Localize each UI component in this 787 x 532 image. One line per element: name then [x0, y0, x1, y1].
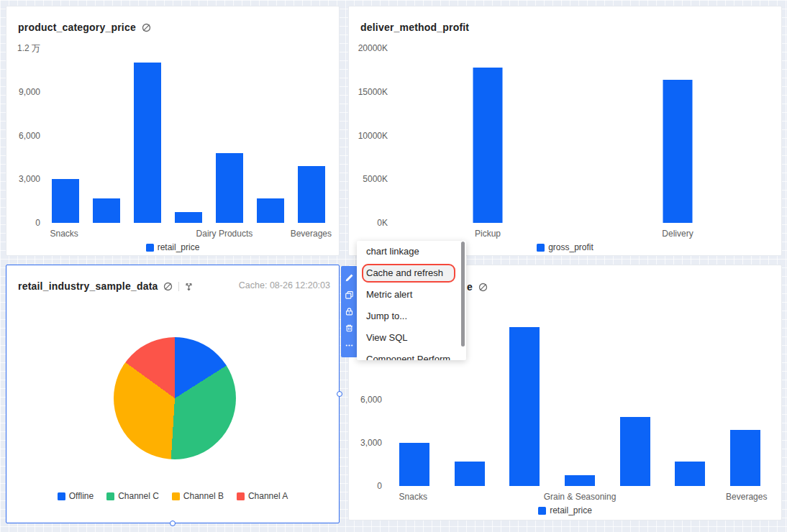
y-tick: 0 — [377, 481, 382, 491]
menu-item-cache-and-refresh[interactable]: Cache and refresh — [357, 262, 466, 284]
menu-item-label: chart linkage — [366, 246, 419, 257]
copy-icon[interactable] — [342, 288, 356, 302]
x-axis-labels: SnacksGrain & SeasoningBeverages — [387, 492, 773, 502]
bar-0[interactable] — [399, 443, 429, 486]
lock-icon[interactable] — [342, 305, 356, 318]
bar-slot — [552, 313, 608, 486]
y-tick: 20000K — [358, 43, 388, 53]
bar-5[interactable] — [257, 198, 284, 223]
x-axis-labels: PickupDelivery — [393, 229, 773, 239]
x-tick — [121, 229, 158, 239]
legend-label: Channel C — [118, 491, 159, 501]
menu-item-label: Metric alert — [366, 289, 412, 300]
delete-icon[interactable] — [342, 321, 356, 335]
bar-4[interactable] — [216, 153, 243, 223]
bar-0[interactable] — [473, 68, 503, 223]
bar-slot — [607, 313, 663, 486]
panel-retail-industry-sample-data[interactable]: retail_industry_sample_data Cache: 08-26… — [6, 265, 340, 523]
x-tick — [158, 229, 196, 239]
bar-1[interactable] — [455, 462, 485, 486]
bar-0[interactable] — [52, 179, 79, 223]
chart-legend: retail_price — [349, 505, 781, 515]
edit-icon[interactable] — [342, 271, 356, 285]
bar-1[interactable] — [663, 80, 693, 223]
x-tick: Beverages — [720, 492, 773, 502]
menu-item-jump-to-[interactable]: Jump to... — [357, 306, 466, 327]
x-tick: Delivery — [583, 229, 773, 239]
y-tick: 3,000 — [19, 174, 40, 184]
legend-item-channel-a[interactable]: Channel A — [237, 491, 288, 501]
legend-item-retail_price[interactable]: retail_price — [146, 242, 200, 252]
x-tick — [83, 229, 120, 239]
bar-5[interactable] — [675, 462, 705, 486]
bar-slot — [250, 48, 291, 223]
menu-item-label: Jump to... — [366, 311, 407, 321]
bar-slot — [583, 48, 773, 223]
y-tick: 6,000 — [19, 131, 40, 141]
menu-item-component-perform[interactable]: Component Perform — [357, 349, 466, 360]
cache-timestamp: Cache: 08-26 12:20:03 — [239, 280, 330, 290]
y-tick: 6,000 — [360, 395, 382, 405]
x-tick: Pickup — [393, 229, 583, 239]
y-tick: 0 — [35, 218, 40, 228]
menu-item-label: Cache and refresh — [366, 267, 443, 278]
menu-item-metric-alert[interactable]: Metric alert — [357, 284, 466, 306]
bar-slot — [497, 313, 552, 486]
bar-6[interactable] — [730, 430, 760, 486]
bar-2[interactable] — [509, 327, 540, 486]
bar-2[interactable] — [134, 63, 161, 223]
legend-item-gross_profit[interactable]: gross_profit — [537, 242, 593, 252]
menu-scrollbar[interactable] — [461, 242, 465, 347]
bar-3[interactable] — [565, 475, 595, 486]
x-tick — [668, 492, 721, 502]
legend-label: Channel A — [248, 491, 288, 501]
bar-3[interactable] — [175, 212, 202, 223]
legend-label: Channel B — [183, 491, 224, 501]
bar-slot — [168, 48, 209, 223]
panel-product-category-price[interactable]: product_category_price 03,0006,0009,0001… — [6, 6, 340, 256]
bar-slot — [127, 48, 168, 223]
bar-slot — [86, 48, 127, 223]
y-axis-ticks: 0K5000K10000K15000K20000K — [349, 48, 388, 223]
legend-label: retail_price — [158, 242, 200, 252]
y-tick: 5000K — [363, 174, 388, 184]
bar-chart-deliver-method-profit: 0K5000K10000K15000K20000KPickupDeliveryg… — [349, 6, 781, 255]
pie-chart[interactable] — [114, 337, 236, 459]
bar-4[interactable] — [620, 417, 650, 486]
x-axis-labels: SnacksDairy ProductsBeverages — [45, 229, 332, 239]
resize-handle-right[interactable] — [337, 391, 342, 397]
x-tick — [491, 492, 544, 502]
menu-item-chart-linkage[interactable]: chart linkage — [357, 241, 466, 262]
legend-item-channel-c[interactable]: Channel C — [106, 491, 159, 501]
legend-swatch — [106, 492, 114, 500]
title-divider — [178, 282, 179, 291]
legend-swatch — [146, 244, 154, 252]
x-tick: Snacks — [387, 492, 440, 502]
bar-slot — [209, 48, 250, 223]
y-tick: 9,000 — [19, 87, 40, 97]
more-icon[interactable] — [342, 339, 356, 352]
page-title: retail_industry_sample_data — [18, 280, 158, 292]
legend-item-offline[interactable]: Offline — [58, 491, 94, 501]
resize-handle-bottom[interactable] — [170, 520, 176, 526]
legend-item-channel-b[interactable]: Channel B — [172, 491, 224, 501]
panel-title-row: retail_industry_sample_data — [18, 280, 194, 293]
chart-legend: retail_price — [6, 242, 339, 252]
bar-6[interactable] — [298, 166, 325, 223]
bar-slot — [717, 313, 773, 486]
legend-swatch — [537, 244, 545, 252]
legend-label: gross_profit — [548, 242, 593, 252]
x-tick — [253, 229, 290, 239]
component-toolbar — [341, 266, 358, 357]
drill-down-icon[interactable] — [184, 282, 194, 291]
bar-1[interactable] — [93, 198, 120, 223]
legend-label: Offline — [69, 491, 94, 501]
menu-item-label: Component Perform — [366, 354, 450, 360]
x-tick: Snacks — [45, 229, 83, 239]
menu-item-view-sql[interactable]: View SQL — [357, 327, 466, 349]
legend-item-retail_price[interactable]: retail_price — [538, 505, 592, 515]
y-tick: 10000K — [358, 131, 388, 141]
chart-linkage-icon[interactable] — [163, 281, 173, 292]
plot-area — [45, 48, 332, 223]
panel-deliver-method-profit[interactable]: deliver_method_profit 0K5000K10000K15000… — [348, 6, 782, 256]
